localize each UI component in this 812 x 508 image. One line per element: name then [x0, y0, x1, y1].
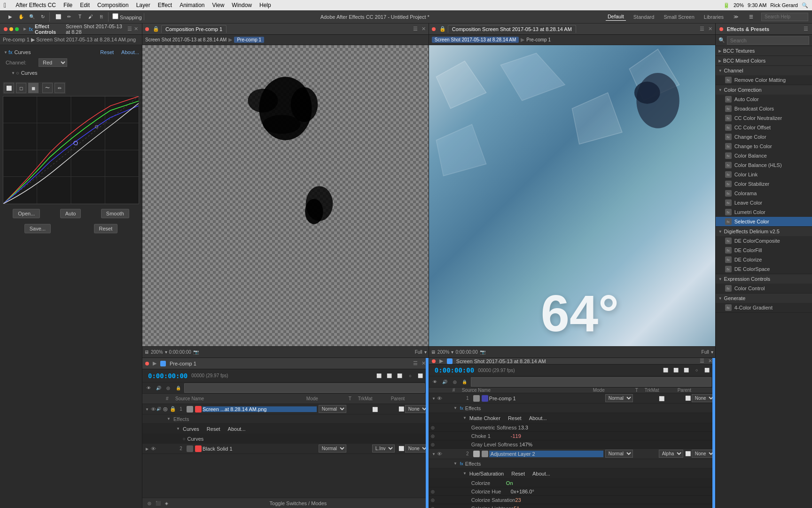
- tl1-l2-mode-select[interactable]: Normal: [319, 444, 346, 452]
- tl1-l1-mode-select[interactable]: Normal: [319, 405, 346, 413]
- close-dot[interactable]: [4, 27, 8, 31]
- tl1-l2-expand[interactable]: ▶: [142, 445, 150, 452]
- tl1-l1-name[interactable]: Screen ...at 8.28.14 AM.png: [203, 406, 317, 412]
- tl1-l2-trkmat-select[interactable]: L.Inv: [372, 444, 395, 452]
- comp1-close-icon[interactable]: ✕: [422, 26, 426, 32]
- effect-auto-color[interactable]: fx Auto Color: [716, 95, 812, 104]
- curves-reset-btn[interactable]: Reset: [94, 224, 118, 233]
- workspace-tab-standard[interactable]: Standard: [632, 13, 656, 21]
- panel-expand-icon[interactable]: ▶: [23, 26, 27, 32]
- tl2-l2-huesat-about[interactable]: About...: [532, 471, 550, 476]
- category-generate-header[interactable]: ▼ Generate: [716, 294, 812, 303]
- workspace-more-btn[interactable]: ≫: [731, 12, 741, 22]
- effect-de-colorfill[interactable]: fx DE ColorFill: [716, 246, 812, 255]
- tl1-l2-visibility[interactable]: 👁: [150, 445, 156, 452]
- snapping-checkbox[interactable]: [112, 13, 118, 19]
- tl1-l1-effects-expand[interactable]: ▼: [166, 416, 172, 422]
- effect-change-to-color[interactable]: fx Change to Color: [716, 142, 812, 151]
- comp2-close-icon[interactable]: ✕: [708, 26, 712, 32]
- tl1-menu-icon[interactable]: ☰: [413, 360, 418, 366]
- curves-sub-collapse-icon[interactable]: ▼: [10, 70, 16, 76]
- menu-help[interactable]: Help: [259, 2, 271, 8]
- tl2-l2-expand[interactable]: ▼: [429, 451, 437, 457]
- tl2-l1-mode-select[interactable]: Normal: [605, 394, 633, 402]
- tl2-l1-expand[interactable]: ▼: [429, 395, 437, 402]
- effect-color-balance[interactable]: fx Color Balance: [716, 151, 812, 160]
- tl2-close-dot[interactable]: [432, 359, 436, 363]
- menu-layer[interactable]: Layer: [136, 2, 150, 8]
- tl2-close-icon[interactable]: ✕: [708, 358, 712, 364]
- comp2-tab-composition[interactable]: Composition Screen Shot 2017-05-13 at 8.…: [448, 25, 576, 33]
- tl1-bottom-btn3[interactable]: ◈: [162, 499, 171, 508]
- tl1-search-input[interactable]: [184, 383, 425, 393]
- tl2-l2-huesat-expand[interactable]: ▼: [462, 471, 468, 476]
- effect-change-color[interactable]: fx Change Color: [716, 132, 812, 142]
- comp2-zoom[interactable]: 200%: [437, 349, 450, 355]
- category-color-correction-header[interactable]: ▼ Color Correction: [716, 85, 812, 95]
- channel-select[interactable]: Red Green Blue Alpha: [39, 58, 67, 67]
- curves-save-btn[interactable]: Save...: [24, 224, 51, 233]
- curves-about-link[interactable]: About...: [121, 49, 139, 55]
- tl1-l1-curves-about[interactable]: About...: [228, 426, 246, 432]
- tl1-l1-parent-select[interactable]: None: [405, 405, 429, 413]
- toolbar-zoom-tool[interactable]: 🔍: [27, 12, 37, 22]
- toolbar-hand-tool[interactable]: ✋: [16, 12, 26, 22]
- category-bcc-textures-header[interactable]: ▶ BCC Textures: [716, 46, 812, 56]
- workspace-tab-libraries[interactable]: Libraries: [702, 13, 726, 21]
- tl2-btn2[interactable]: ⬜: [672, 366, 680, 374]
- effect-cc-color-offset[interactable]: fx CC Color Offset: [716, 123, 812, 132]
- effect-de-colorize[interactable]: fx DE Colorize: [716, 255, 812, 264]
- curves-eyedropper-btn[interactable]: ✏: [55, 83, 65, 93]
- workspace-tab-default[interactable]: Default: [606, 13, 626, 21]
- comp2-screen-tab[interactable]: Screen Shot 2017-05-13 at 8.28.14 AM: [432, 37, 519, 43]
- tl2-l2-name[interactable]: Adjustment Layer 2: [489, 451, 603, 457]
- effect-selective-color[interactable]: fx Selective Color: [716, 217, 812, 226]
- toolbar-rotation-tool[interactable]: ↻: [38, 12, 47, 22]
- tl1-btn5[interactable]: ⬜: [416, 372, 425, 380]
- toolbar-rect-tool[interactable]: ⬜: [54, 12, 63, 22]
- tl1-toggle-switches[interactable]: Toggle Switches / Modes: [270, 500, 327, 506]
- effect-color-control[interactable]: fx Color Control: [716, 284, 812, 293]
- tl2-l2-trkmat-select[interactable]: Alpha: [659, 450, 683, 458]
- panel-menu-icon[interactable]: ☰: [127, 26, 132, 32]
- comp1-precomp-tab[interactable]: Pre-comp 1: [234, 37, 264, 43]
- comp2-close-dot[interactable]: [432, 27, 436, 31]
- curves-auto-btn[interactable]: Auto: [60, 209, 81, 218]
- tl1-l1-lock[interactable]: 🔒: [170, 406, 176, 412]
- panel-tab-name[interactable]: Screen Shot 2017-05-13 at 8.28: [66, 24, 124, 35]
- tl2-l2-parent-select[interactable]: None: [692, 450, 715, 458]
- tl1-l1-audio[interactable]: 🔊: [156, 407, 163, 411]
- tl1-bottom-btn1[interactable]: ◎: [145, 499, 154, 508]
- apple-icon[interactable]: : [4, 1, 6, 9]
- comp2-precomp-tab[interactable]: Pre-comp 1: [526, 37, 551, 42]
- tl2-solo-icon[interactable]: ◎: [451, 378, 459, 386]
- tl2-menu-icon[interactable]: ☰: [700, 358, 704, 364]
- tl1-l1-curves-expand[interactable]: ▼: [175, 426, 181, 432]
- workspace-tab-small[interactable]: Small Screen: [662, 13, 696, 21]
- help-search-input[interactable]: [761, 13, 808, 21]
- tl1-btn3[interactable]: ⬜: [396, 372, 404, 380]
- effect-remove-color-matting[interactable]: fx Remove Color Matting: [716, 75, 812, 85]
- menu-composition[interactable]: Composition: [97, 2, 129, 8]
- tl1-l1-curves-reset[interactable]: Reset: [207, 426, 220, 432]
- tl1-close-dot[interactable]: [145, 362, 149, 365]
- tl2-btn4[interactable]: ○: [693, 366, 701, 374]
- tl2-btn3[interactable]: ⬜: [682, 366, 691, 374]
- comp2-viewport[interactable]: 64°: [429, 45, 715, 346]
- comp2-menu-icon[interactable]: ☰: [700, 26, 704, 32]
- curves-draw-btn[interactable]: ◼: [28, 83, 39, 93]
- workspace-menu-btn[interactable]: ☰: [746, 12, 756, 22]
- panel-close-icon[interactable]: ✕: [134, 26, 138, 32]
- tl2-expand-icon[interactable]: ▶: [439, 358, 443, 364]
- effect-color-stabilizer[interactable]: fx Color Stabilizer: [716, 179, 812, 189]
- tl1-close-icon[interactable]: ✕: [422, 360, 426, 366]
- tl2-eye-icon[interactable]: 👁: [431, 378, 439, 386]
- tl1-l1-solo[interactable]: ◎: [163, 406, 170, 412]
- menu-animation[interactable]: Animation: [180, 2, 204, 8]
- search-icon[interactable]: 🔍: [802, 2, 808, 8]
- toolbar-text-tool[interactable]: T: [75, 12, 85, 22]
- comp1-menu-icon[interactable]: ☰: [413, 26, 418, 32]
- tl2-l1-parent-select[interactable]: None: [692, 394, 715, 402]
- category-digieffects-header[interactable]: ▼ Digieffects Delirium v2.5: [716, 227, 812, 236]
- minimize-dot[interactable]: [9, 27, 13, 31]
